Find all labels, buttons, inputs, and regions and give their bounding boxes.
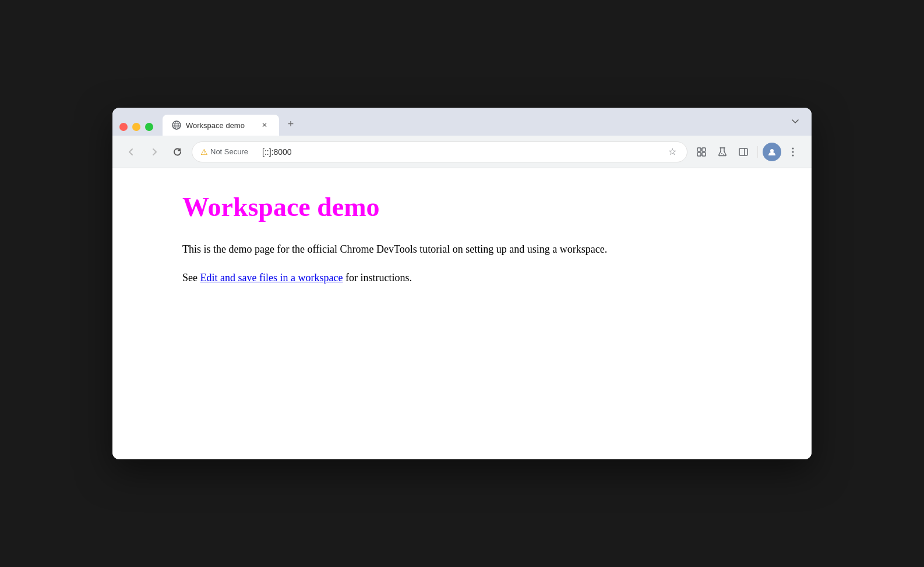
security-warning: ⚠ Not Secure xyxy=(200,147,248,157)
svg-rect-8 xyxy=(702,153,706,156)
more-menu-button[interactable] xyxy=(784,143,802,161)
paragraph-2-suffix: for instructions. xyxy=(343,272,412,284)
page-heading: Workspace demo xyxy=(182,192,742,222)
svg-rect-5 xyxy=(697,148,701,151)
paragraph-1: This is the demo page for the official C… xyxy=(182,241,742,258)
svg-rect-6 xyxy=(702,148,706,151)
tab-dropdown-button[interactable] xyxy=(786,112,805,131)
page-body: This is the demo page for the official C… xyxy=(182,241,742,286)
close-button[interactable] xyxy=(119,123,128,131)
tab-bar-right xyxy=(786,112,805,136)
tab-favicon-icon xyxy=(172,121,181,130)
extensions-button[interactable] xyxy=(692,143,711,161)
new-tab-button[interactable]: + xyxy=(281,115,300,133)
warning-icon: ⚠ xyxy=(200,147,208,157)
tab-close-button[interactable]: ✕ xyxy=(259,120,270,130)
address-bar[interactable]: ⚠ Not Secure [::]:8000 ☆ xyxy=(192,141,687,162)
forward-button[interactable] xyxy=(145,143,164,161)
paragraph-2: See Edit and save files in a workspace f… xyxy=(182,270,742,286)
active-tab[interactable]: Workspace demo ✕ xyxy=(163,115,279,136)
svg-rect-7 xyxy=(697,153,701,156)
labs-button[interactable] xyxy=(713,143,732,161)
svg-point-15 xyxy=(792,147,794,149)
svg-point-17 xyxy=(792,154,794,156)
svg-point-11 xyxy=(723,154,724,154)
tab-title: Workspace demo xyxy=(186,121,255,130)
svg-rect-12 xyxy=(739,148,747,155)
nav-bar: ⚠ Not Secure [::]:8000 ☆ xyxy=(112,136,812,168)
minimize-button[interactable] xyxy=(132,123,140,131)
page-content: Workspace demo This is the demo page for… xyxy=(112,168,812,459)
tab-bar: Workspace demo ✕ + xyxy=(112,108,812,136)
url-text: [::]:8000 xyxy=(262,147,661,157)
browser-window: Workspace demo ✕ + xyxy=(112,108,812,459)
svg-point-16 xyxy=(792,151,794,153)
nav-right-icons xyxy=(692,143,802,161)
workspace-link[interactable]: Edit and save files in a workspace xyxy=(200,272,343,284)
sidebar-button[interactable] xyxy=(734,143,753,161)
maximize-button[interactable] xyxy=(145,123,153,131)
svg-point-10 xyxy=(721,153,722,154)
window-controls xyxy=(119,123,153,136)
profile-button[interactable] xyxy=(763,143,781,161)
paragraph-2-prefix: See xyxy=(182,272,200,284)
bookmark-button[interactable]: ☆ xyxy=(666,146,679,157)
nav-divider xyxy=(757,146,758,158)
back-button[interactable] xyxy=(122,143,140,161)
not-secure-label: Not Secure xyxy=(210,147,248,156)
reload-button[interactable] xyxy=(168,143,187,161)
